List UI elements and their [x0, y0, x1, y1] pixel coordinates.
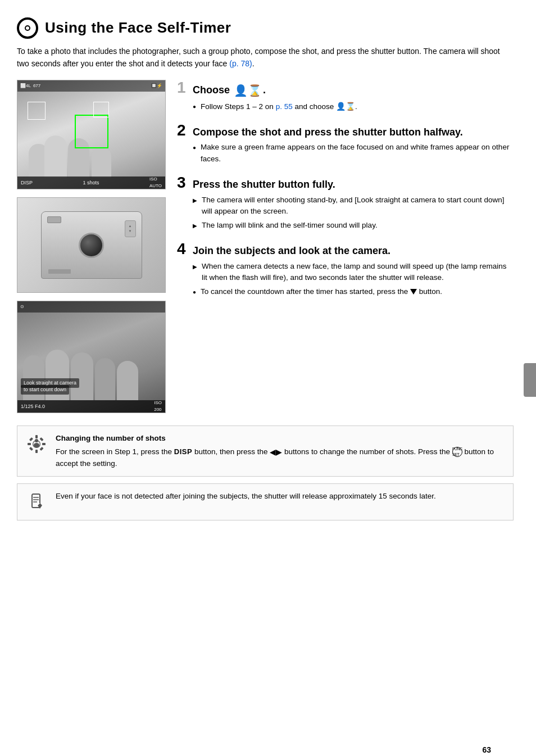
svg-rect-5	[28, 443, 31, 445]
info-title-changing-shots: Changing the number of shots	[56, 433, 505, 444]
title-icon	[17, 17, 38, 39]
page-title: Using the Face Self-Timer	[45, 17, 231, 39]
svg-rect-6	[42, 443, 46, 445]
svg-rect-9	[29, 447, 33, 451]
svg-rect-4	[35, 450, 38, 453]
step-3-number: 3	[177, 175, 189, 191]
step-3-title: Press the shutter button fully.	[193, 179, 335, 191]
cam-count: 677	[33, 83, 40, 89]
cam-icons-right: 🔲⚡	[151, 83, 162, 89]
step-1: 1 Choose 👤⌛. Follow Steps 1 – 2 on p. 55…	[177, 80, 514, 112]
step-4-number: 4	[177, 241, 189, 257]
info-text-note: Even if your face is not detected after …	[56, 491, 505, 502]
cam-overlay-2: to start count down	[21, 385, 69, 395]
step-4-header: 4 Join the subjects and look at the came…	[177, 241, 514, 257]
arrow-lr-icon: ◀▶	[270, 446, 282, 458]
svg-rect-7	[29, 437, 33, 441]
cam-lens	[79, 233, 104, 258]
cam-bottom-bar-1: DISP 1 shots ISOAUTO	[17, 176, 165, 189]
cam-bottom-bar-3: 1/125 F4.0 ISO200	[17, 400, 165, 413]
cam-disp: DISP	[21, 179, 33, 187]
step-2-bullets: Make sure a green frame appears on the f…	[193, 142, 514, 165]
side-tab	[524, 363, 536, 397]
camera-image-2: ▲▼	[17, 197, 166, 293]
info-icon-gear	[25, 433, 48, 455]
cam-shots: 1 shots	[83, 179, 99, 187]
step-4: 4 Join the subjects and look at the came…	[177, 241, 514, 298]
svg-marker-0	[410, 289, 417, 295]
info-text-part1: For the screen in Step 1, press the	[56, 447, 174, 456]
step1-page-link[interactable]: p. 55	[276, 102, 293, 111]
left-column: ⬜4L 677 🔲⚡ DISP 1 shots ISOAUTO	[17, 80, 166, 413]
step-2-bullet-1: Make sure a green frame appears on the f…	[193, 142, 514, 165]
intro-text-main: To take a photo that includes the photog…	[17, 47, 500, 68]
down-arrow-icon	[410, 287, 417, 298]
step-1-number: 1	[177, 80, 189, 96]
cam-screen-1: ⬜4L 677 🔲⚡ DISP 1 shots ISOAUTO	[17, 80, 165, 189]
cam-mode-icon: ⬜4L	[20, 83, 31, 89]
step-1-bullet-1: Follow Steps 1 – 2 on p. 55 and choose 👤…	[193, 101, 514, 112]
step-2-number: 2	[177, 123, 189, 138]
info-text-changing-shots: Changing the number of shots For the scr…	[56, 433, 505, 469]
step-2-title: Compose the shot and press the shutter b…	[193, 126, 463, 139]
page-number: 63	[482, 744, 491, 756]
camera-image-1: ⬜4L 677 🔲⚡ DISP 1 shots ISOAUTO	[17, 80, 166, 189]
step-1-bullets: Follow Steps 1 – 2 on p. 55 and choose 👤…	[193, 101, 514, 112]
title-row: Using the Face Self-Timer	[17, 17, 514, 39]
cam-iso-3: ISO200	[154, 400, 162, 413]
svg-rect-10	[39, 447, 43, 451]
cam-white-frame-1	[28, 102, 46, 120]
face-timer-icon-2: 👤⌛	[336, 102, 355, 111]
cam-body-view: ▲▼	[17, 198, 165, 292]
step-1-header: 1 Choose 👤⌛.	[177, 80, 514, 97]
step-4-bullet-2: To cancel the countdown after the timer …	[193, 286, 514, 298]
cam-body: ▲▼	[41, 211, 142, 279]
svg-point-13	[34, 443, 39, 447]
info-section: Changing the number of shots For the scr…	[17, 425, 514, 520]
cam-white-frame-2	[93, 102, 109, 117]
step-3-bullets: The camera will enter shooting stand-by,…	[193, 194, 514, 232]
disp-button-label: DISP	[174, 446, 192, 458]
intro-paragraph: To take a photo that includes the photog…	[17, 46, 514, 70]
camera-image-3: Look straight at camera to start count d…	[17, 301, 166, 413]
title-icon-inner	[25, 25, 30, 31]
cam-top-bar-1: ⬜4L 677 🔲⚡	[17, 80, 165, 92]
step-3-bullet-1: The camera will enter shooting stand-by,…	[193, 194, 514, 218]
step-3-bullet-2: The lamp will blink and the self-timer s…	[193, 220, 514, 231]
step-4-title: Join the subjects and look at the camera…	[193, 245, 390, 257]
func-set-icon: FUNCSET	[452, 447, 462, 457]
info-icon-pencil	[25, 491, 48, 513]
face-timer-icon: 👤⌛	[234, 84, 262, 97]
info-box-changing-shots: Changing the number of shots For the scr…	[17, 425, 514, 477]
cam-iso: ISOAUTO	[149, 176, 162, 189]
step-2: 2 Compose the shot and press the shutter…	[177, 123, 514, 165]
step-1-title: Choose 👤⌛.	[193, 84, 266, 97]
right-column: 1 Choose 👤⌛. Follow Steps 1 – 2 on p. 55…	[177, 80, 514, 413]
cam-screen-3: Look straight at camera to start count d…	[17, 301, 165, 413]
cam-focus-icon: ⊙	[20, 304, 24, 310]
step-2-header: 2 Compose the shot and press the shutter…	[177, 123, 514, 139]
intro-page-link[interactable]: (p. 78)	[229, 59, 252, 68]
cam-shutter: 1/125 F4.0	[21, 403, 45, 411]
svg-rect-3	[35, 435, 38, 438]
svg-point-12	[35, 439, 38, 442]
svg-rect-8	[39, 437, 43, 441]
cam-green-frame	[75, 115, 108, 148]
step-4-bullet-1: When the camera detects a new face, the …	[193, 261, 514, 284]
step-3-header: 3 Press the shutter button fully.	[177, 175, 514, 191]
info-box-note: Even if your face is not detected after …	[17, 483, 514, 520]
info-text-part3: buttons to change the number of shots. P…	[284, 447, 452, 456]
step-3: 3 Press the shutter button fully. The ca…	[177, 175, 514, 231]
info-text-part2: button, then press the	[194, 447, 270, 456]
step-4-bullets: When the camera detects a new face, the …	[193, 261, 514, 298]
cam-top-bar-3: ⊙	[17, 301, 165, 313]
content-area: ⬜4L 677 🔲⚡ DISP 1 shots ISOAUTO	[17, 80, 514, 413]
